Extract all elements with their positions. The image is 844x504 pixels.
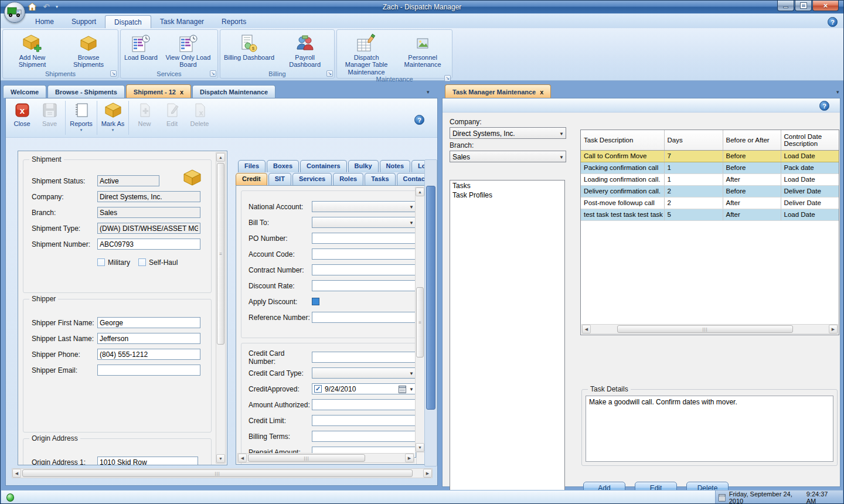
table-row[interactable]: Loading confirmation call.1AfterLoad Dat… <box>581 173 839 185</box>
task-details-text[interactable]: Make a goodwill call. Confirm dates with… <box>586 396 833 462</box>
field-po-number[interactable] <box>312 233 416 244</box>
scroll-down-icon[interactable]: ▼ <box>416 443 424 452</box>
table-row[interactable]: Call to Confirm Move7BeforeLoad Date <box>581 150 839 162</box>
shipment-number-field[interactable] <box>97 239 200 250</box>
origin-address-1-field[interactable] <box>97 457 198 465</box>
list-item-tasks[interactable]: Tasks <box>450 181 564 190</box>
dialog-launcher-icon[interactable]: ↘ <box>326 70 333 77</box>
scroll-left-icon[interactable]: ◀ <box>238 454 247 462</box>
table-header-before-or-after[interactable]: Before or After <box>723 130 781 150</box>
scroll-up-icon[interactable]: ▲ <box>416 188 424 196</box>
branch-field[interactable] <box>97 207 200 218</box>
field-reference-number[interactable] <box>312 312 416 323</box>
military-checkbox[interactable] <box>97 258 105 266</box>
shipper-first-name-field[interactable] <box>97 317 200 328</box>
table-header-control-date-description[interactable]: Control Date Description <box>781 130 839 150</box>
checkbox-creditapproved[interactable]: ✓ <box>314 385 322 393</box>
help-icon[interactable]: ? <box>414 115 424 125</box>
tab-boxes[interactable]: Boxes <box>267 160 299 172</box>
scroll-left-icon[interactable]: ◀ <box>582 325 591 333</box>
toolbar-button-reports[interactable]: Reports▾ <box>68 100 94 136</box>
shipper-email-field[interactable] <box>97 365 200 376</box>
ribbon-button-billing-dashboard[interactable]: $Billing Dashboard <box>222 30 277 69</box>
shipment-pane-hscrollbar[interactable]: ◀ ▶ ||| <box>12 468 433 478</box>
doc-tab-task-manager-maintenance[interactable]: Task Manager Maintenancex <box>445 84 551 98</box>
scrollbar-thumb[interactable]: ≡ <box>416 287 424 357</box>
date-field-creditapproved[interactable]: ✓9/24/2010▼ <box>312 383 416 394</box>
chevron-down-icon[interactable]: ▼ <box>409 387 414 392</box>
app-menu-button[interactable] <box>4 2 25 23</box>
scrollbar-thumb[interactable]: ≡ <box>217 163 224 345</box>
scrollbar-thumb[interactable] <box>426 186 435 410</box>
company-field[interactable] <box>97 191 200 202</box>
scroll-left-icon[interactable]: ◀ <box>12 469 21 478</box>
maximize-button[interactable] <box>795 1 812 11</box>
dialog-launcher-icon[interactable]: ↘ <box>110 70 117 77</box>
scrollbar-thumb[interactable]: ||| <box>248 454 365 462</box>
scroll-right-icon[interactable]: ▶ <box>405 454 414 462</box>
dialog-launcher-icon[interactable]: ↘ <box>444 75 451 81</box>
field-discount-rate[interactable] <box>312 280 416 291</box>
field-billing-terms[interactable] <box>312 431 416 442</box>
list-item-task-profiles[interactable]: Task Profiles <box>450 190 564 200</box>
table-row[interactable]: Delivery confirmation call.2BeforeDelive… <box>581 185 839 197</box>
ribbon-button-dispatch-manager-table-maintenance[interactable]: Dispatch Manager Table Maintenance <box>338 30 394 76</box>
qat-customize-chevron-icon[interactable]: ▾ <box>56 4 58 9</box>
tab-notes[interactable]: Notes <box>380 160 411 172</box>
help-icon[interactable]: ? <box>828 17 838 27</box>
task-table-hscrollbar[interactable]: ◀ ▶ ||| <box>581 324 838 334</box>
shipper-last-name-field[interactable] <box>97 333 200 344</box>
table-header-days[interactable]: Days <box>664 130 723 150</box>
credit-panel-vscrollbar[interactable]: ▲ ▼ ≡ <box>415 187 425 452</box>
tab-close-icon[interactable]: x <box>180 88 183 96</box>
shipment-status-field[interactable] <box>97 175 159 186</box>
tab-tasks[interactable]: Tasks <box>365 173 395 185</box>
undo-icon[interactable]: ↶ <box>42 2 51 11</box>
tab-page-scrollbar[interactable] <box>424 159 437 466</box>
branch-dropdown[interactable]: Sales ▼ <box>450 151 566 162</box>
tab-services[interactable]: Services <box>292 173 332 185</box>
scroll-down-icon[interactable]: ▼ <box>216 454 225 463</box>
help-icon[interactable]: ? <box>819 101 829 111</box>
close-window-button[interactable]: × <box>812 1 839 11</box>
ribbon-tab-home[interactable]: Home <box>26 15 63 28</box>
tab-close-icon[interactable]: x <box>540 88 543 96</box>
self-haul-checkbox[interactable] <box>138 258 146 266</box>
ribbon-tab-dispatch[interactable]: Dispatch <box>105 15 151 28</box>
field-credit-card-number[interactable] <box>312 352 416 363</box>
ribbon-button-add-new-shipment[interactable]: Add New Shipment <box>4 30 60 69</box>
scrollbar-thumb[interactable]: ||| <box>22 469 413 477</box>
field-credit-limit[interactable] <box>312 415 416 426</box>
scroll-up-icon[interactable]: ▲ <box>216 153 225 162</box>
ribbon-button-load-board[interactable]: Load Board <box>122 30 160 69</box>
home-icon[interactable] <box>28 2 37 11</box>
scroll-right-icon[interactable]: ▶ <box>829 325 838 333</box>
credit-panel-hscrollbar[interactable]: ◀ ▶ ||| <box>237 453 414 463</box>
toolbar-button-close[interactable]: xClose <box>9 100 35 136</box>
field-contract-number[interactable] <box>312 264 416 275</box>
company-dropdown[interactable]: Direct Systems, Inc. ▼ <box>450 127 566 139</box>
doc-tab-dropdown-left-icon[interactable]: ▾ <box>427 89 430 95</box>
field-account-code[interactable] <box>312 248 416 260</box>
tab-sit[interactable]: SIT <box>268 173 291 185</box>
checkbox-apply-discount[interactable] <box>312 298 319 305</box>
scrollbar-thumb[interactable]: ||| <box>617 325 793 333</box>
shipper-phone-field[interactable] <box>97 349 200 360</box>
table-row[interactable]: Post-move followup call2AfterDeliver Dat… <box>581 197 839 209</box>
shipment-type-field[interactable] <box>97 223 200 234</box>
tab-credit[interactable]: Credit <box>236 173 267 185</box>
table-row[interactable]: Packing confirmation call1BeforePack dat… <box>581 162 839 173</box>
dropdown-credit-card-type[interactable]: ▼ <box>312 367 416 379</box>
ribbon-tab-support[interactable]: Support <box>63 15 105 28</box>
ribbon-button-browse-shipments[interactable]: Browse Shipments <box>60 30 117 69</box>
dropdown-national-account[interactable]: ▼ <box>312 201 416 212</box>
tab-containers[interactable]: Containers <box>300 160 346 172</box>
scroll-right-icon[interactable]: ▶ <box>423 469 432 478</box>
shipment-panel-scrollbar[interactable]: ▲ ▼ ≡ <box>216 152 226 464</box>
ribbon-button-personnel-maintenance[interactable]: Personnel Maintenance <box>394 30 451 76</box>
doc-tab-shipment-12[interactable]: Shipment - 12x <box>126 84 191 98</box>
table-row[interactable]: test task test task test task5AfterLoad … <box>581 209 839 220</box>
field-amount-authorized[interactable] <box>312 399 416 410</box>
tab-roles[interactable]: Roles <box>333 173 363 185</box>
dialog-launcher-icon[interactable]: ↘ <box>210 70 216 77</box>
